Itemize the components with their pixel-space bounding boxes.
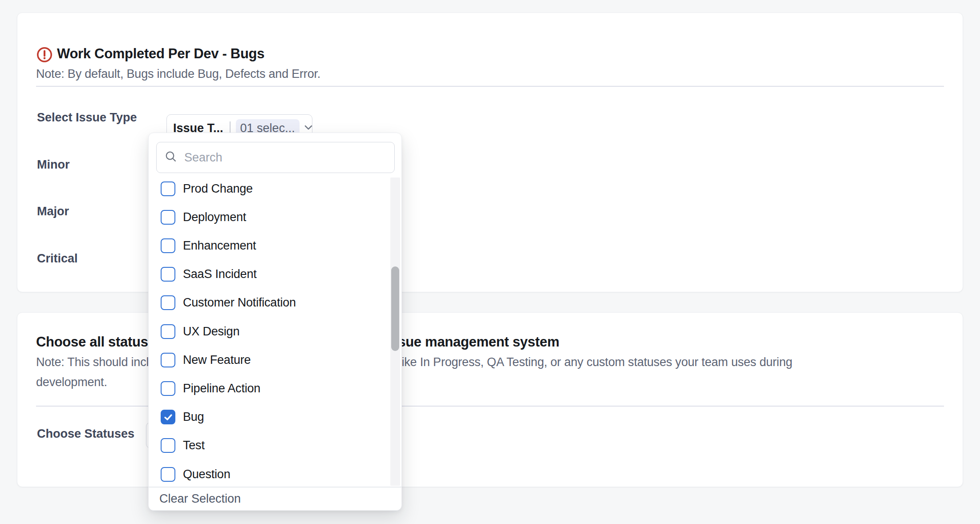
dropdown-item-customer-notification[interactable]: Customer Notification (161, 291, 383, 314)
issue-type-dropdown-panel: Search Prod ChangeDeploymentEnhancementS… (148, 133, 402, 511)
dropdown-item-test[interactable]: Test (161, 434, 383, 457)
card2-note-line2: development. (36, 375, 107, 389)
checkbox-unchecked[interactable] (161, 324, 175, 339)
dropdown-item-prod-change[interactable]: Prod Change (161, 177, 383, 200)
dropdown-item-saas-incident[interactable]: SaaS Incident (161, 263, 383, 286)
dropdown-item-ux-design[interactable]: UX Design (161, 320, 383, 343)
scrollbar-track[interactable] (390, 177, 400, 486)
dropdown-item-label: Pipeline Action (183, 382, 260, 395)
alert-icon (36, 46, 53, 63)
dropdown-item-deployment[interactable]: Deployment (161, 206, 383, 229)
checkbox-checked[interactable] (161, 410, 175, 424)
checkbox-unchecked[interactable] (161, 381, 175, 396)
dropdown-item-enhancement[interactable]: Enhancement (161, 234, 383, 257)
dropdown-item-label: Deployment (183, 210, 246, 224)
dropdown-item-label: New Feature (183, 353, 251, 367)
dropdown-item-label: UX Design (183, 325, 239, 339)
critical-label: Critical (37, 252, 78, 266)
checkbox-unchecked[interactable] (161, 181, 175, 196)
dropdown-item-question[interactable]: Question (161, 463, 383, 486)
checkbox-unchecked[interactable] (161, 267, 175, 282)
checkbox-unchecked[interactable] (161, 295, 175, 310)
dropdown-item-new-feature[interactable]: New Feature (161, 348, 383, 371)
card1-title: Work Completed Per Dev - Bugs (57, 46, 264, 62)
checkbox-unchecked[interactable] (161, 210, 175, 225)
checkbox-unchecked[interactable] (161, 467, 175, 482)
checkbox-unchecked[interactable] (161, 353, 175, 367)
dropdown-item-label: Customer Notification (183, 296, 296, 310)
clear-selection-button[interactable]: Clear Selection (159, 492, 241, 506)
dropdown-item-label: SaaS Incident (183, 267, 257, 281)
select-issue-type-label: Select Issue Type (37, 111, 137, 125)
scrollbar-thumb[interactable] (391, 266, 399, 351)
card1-note: Note: By default, Bugs include Bug, Defe… (36, 67, 320, 81)
dropdown-item-label: Test (183, 439, 205, 452)
checkbox-unchecked[interactable] (161, 238, 175, 253)
dropdown-item-label: Bug (183, 410, 204, 424)
minor-label: Minor (37, 158, 70, 172)
dropdown-item-label: Question (183, 468, 230, 481)
dropdown-item-label: Enhancement (183, 239, 256, 253)
dropdown-item-bug[interactable]: Bug (161, 406, 383, 429)
checkbox-unchecked[interactable] (161, 438, 175, 453)
choose-statuses-label: Choose Statuses (37, 427, 134, 441)
footer-divider (149, 487, 401, 488)
dropdown-item-pipeline-action[interactable]: Pipeline Action (161, 377, 383, 400)
card1-divider (36, 86, 944, 87)
dropdown-item-list: Prod ChangeDeploymentEnhancementSaaS Inc… (149, 133, 401, 510)
dropdown-item-label: Prod Change (183, 182, 253, 196)
major-label: Major (37, 205, 69, 218)
